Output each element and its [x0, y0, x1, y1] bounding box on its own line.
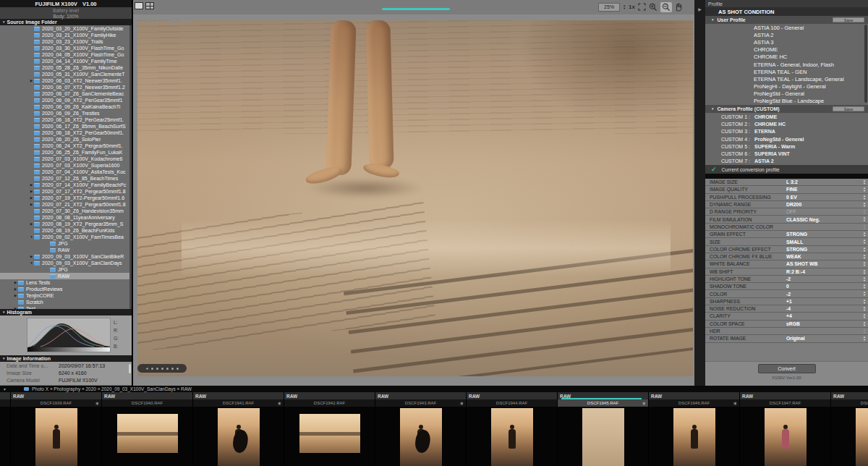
- page-navigation-dots[interactable]: ◂: [137, 364, 187, 373]
- folder-tree-item[interactable]: 2020_06_09_Z6_Trestles: [0, 110, 132, 116]
- hand-tool-icon[interactable]: [675, 3, 683, 12]
- setting-row[interactable]: PUSH/PULL PROCESSING 0 EV ▲▼: [705, 194, 868, 201]
- photo-canvas[interactable]: DSCF1945.RAF: [137, 20, 693, 376]
- user-profile-item[interactable]: ProNegStd Blue - Landscape: [705, 98, 868, 105]
- folder-tree-item[interactable]: ▶ 2020_07_19_XT2-Pergear50mmf1.6: [0, 195, 132, 201]
- stepper-icon[interactable]: ▲▼: [863, 329, 866, 334]
- stepper-icon[interactable]: ▲▼: [863, 321, 866, 327]
- thumbnail-image[interactable]: [400, 408, 442, 466]
- zoom-level-select[interactable]: 25%: [598, 3, 620, 12]
- thumbnail-image[interactable]: [35, 408, 77, 466]
- folder-tree-item[interactable]: 2020_06_17_Z6_85mm_BeachSurfS: [0, 123, 132, 130]
- stepper-icon[interactable]: ▲▼: [863, 336, 866, 342]
- setting-row[interactable]: COLOR CHROME FX BLUE WEAK ▲▼: [705, 253, 868, 260]
- filmstrip-item[interactable]: RAW DSCF1941.RAF ✳: [193, 392, 284, 466]
- thumbnail-image[interactable]: [673, 408, 715, 466]
- folder-tree-item[interactable]: ▶ 2020_07_21_XT2_Pergear50mmf1.8: [0, 201, 132, 208]
- setting-row[interactable]: WB SHIFT R:2 B:-4 ▲▼: [705, 268, 868, 276]
- save-camera-profile-button[interactable]: Save: [833, 106, 864, 111]
- filmstrip-item[interactable]: RAW DSCF1939.RAF ✳: [11, 392, 102, 466]
- filmstrip-item[interactable]: RAW DSCF1946.RAF ✳: [649, 392, 740, 466]
- folder-tree-item[interactable]: 2020_08_19_Z6_BeachFunKids: [0, 227, 132, 234]
- filmstrip-item[interactable]: RAW DSCF1948.RAF: [831, 392, 868, 466]
- stepper-icon[interactable]: ▲▼: [863, 187, 866, 192]
- setting-row[interactable]: SHADOW TONE 0 ▲▼: [705, 283, 868, 290]
- setting-row[interactable]: SHARPNESS +1 ▲▼: [705, 298, 868, 305]
- setting-row[interactable]: COLOR -2 ▲▼: [705, 290, 868, 297]
- histogram-header[interactable]: ▼ Histogram: [0, 309, 132, 315]
- disclosure-triangle-icon[interactable]: ▶: [29, 190, 34, 193]
- disclosure-triangle-icon[interactable]: ▶: [13, 294, 18, 297]
- thumbnail-image[interactable]: [299, 414, 360, 453]
- setting-row[interactable]: FILM SIMULATION CLASSIC Neg. ▲▼: [705, 216, 868, 223]
- camera-profile-item[interactable]: CUSTOM 2 : CHROME HC: [705, 120, 868, 127]
- disclosure-triangle-icon[interactable]: ▶: [29, 183, 34, 187]
- single-view-icon[interactable]: [135, 2, 143, 9]
- setting-row[interactable]: WHITE BALANCE AS SHOT WB ▲▼: [705, 260, 868, 268]
- filmstrip-item[interactable]: RAW DSCF1943.RAF ✳: [375, 392, 467, 466]
- thumbnail-image[interactable]: [117, 414, 178, 453]
- stepper-icon[interactable]: ▲▼: [863, 299, 866, 305]
- filmstrip-item[interactable]: RAW DSCF1947.RAF: [740, 392, 831, 466]
- stepper-icon[interactable]: ▲▼: [863, 202, 866, 208]
- folder-tree-item[interactable]: 2020_06_09_Z6_KaiKainaBeachTi: [0, 103, 132, 110]
- user-profile-item[interactable]: ProNegStd - General: [705, 90, 868, 98]
- folder-tree-item[interactable]: 2020_07_03_X100V_Superia1600: [0, 162, 132, 169]
- stepper-icon[interactable]: ▲▼: [863, 261, 866, 267]
- folder-tree-item[interactable]: ▶ 2020_07_14_X100V_FamilyBeachPc: [0, 182, 132, 188]
- folder-tree-item[interactable]: 2020_07_12_Z6_85_BeachTimes: [0, 175, 132, 182]
- setting-row[interactable]: COLOR SPACE sRGB ▲▼: [705, 321, 868, 328]
- user-profile-item[interactable]: ETERNA TEAL - GEN: [705, 68, 868, 75]
- thumbnail-image[interactable]: [856, 408, 868, 466]
- setting-row[interactable]: ROTATE IMAGE Original ▲▼: [705, 335, 868, 342]
- setting-row[interactable]: CLARITY +4 ▲▼: [705, 313, 868, 320]
- folder-tree-item[interactable]: ▼ 2020_09_02_X100V_FamTimesBea: [0, 234, 132, 240]
- one-to-one-icon[interactable]: 1x: [629, 4, 635, 10]
- user-profile-item[interactable]: CHROME HC: [705, 54, 868, 61]
- disclosure-triangle-icon[interactable]: ▶: [29, 222, 34, 226]
- camera-profile-group-header[interactable]: ▼ Camera Profile (CUSTOM) Save: [705, 105, 868, 113]
- folder-tree-item[interactable]: ▼ 2020_09_03_X100V_SanClanDays: [0, 260, 132, 266]
- setting-row[interactable]: HDR ▲▼: [705, 328, 868, 335]
- disclosure-triangle-icon[interactable]: ▶: [29, 196, 34, 200]
- folder-tree-item[interactable]: 2020_03_20_X100V_FamilyOutside: [0, 25, 132, 32]
- stepper-icon[interactable]: ▲▼: [863, 195, 866, 200]
- disclosure-triangle-icon[interactable]: ▶: [29, 203, 34, 206]
- folder-tree-item[interactable]: 2020_06_18_XT2_PerGear50mmf1.: [0, 130, 132, 136]
- setting-row[interactable]: D RANGE PRIORITY OFF ▲▼: [705, 208, 868, 216]
- disclosure-triangle-icon[interactable]: ▼: [29, 235, 34, 239]
- stepper-icon[interactable]: ▲▼: [863, 239, 866, 245]
- stepper-icon[interactable]: ▲▼: [863, 269, 866, 275]
- folder-tree-item[interactable]: 2020_03_30_X100V_FlashTime_Go: [0, 45, 132, 51]
- folder-tree-item[interactable]: RAW: [0, 273, 132, 279]
- folder-tree-item[interactable]: 2020_05_28_Z6_35mm_NikonDalle: [0, 64, 132, 71]
- folder-tree-item[interactable]: 2020_06_07_Z6_SanClementeBeac: [0, 90, 132, 97]
- right-panel-toggle[interactable]: ▶: [694, 0, 705, 386]
- folder-tree-item[interactable]: 2020_04_14_X100V_FamilyTime: [0, 58, 132, 64]
- disclosure-triangle-icon[interactable]: ▶: [29, 255, 34, 258]
- setting-row[interactable]: HIGHLIGHT TONE -2 ▲▼: [705, 276, 868, 283]
- stepper-icon[interactable]: ▲▼: [863, 284, 866, 289]
- setting-row[interactable]: GRAIN EFFECT STRONG ▲▼: [705, 231, 868, 238]
- thumbnail-image[interactable]: [218, 408, 260, 466]
- user-profile-item[interactable]: ASTIA 3: [705, 38, 868, 46]
- setting-row[interactable]: COLOR CHROME EFFECT STRONG ▲▼: [705, 246, 868, 253]
- collapse-filmstrip-icon[interactable]: ▼: [3, 387, 7, 391]
- folder-tree-item[interactable]: 2020_05_31_X100V_SanClementeT: [0, 71, 132, 77]
- camera-profile-item[interactable]: CUSTOM 4 : ProNegStd - General: [705, 135, 868, 143]
- setting-row[interactable]: NOISE REDUCTION -4 ▲▼: [705, 305, 868, 313]
- disclosure-triangle-icon[interactable]: ▶: [13, 281, 18, 284]
- filmstrip-item[interactable]: RAW DSCF1945.RAF ✳: [558, 392, 649, 466]
- folder-tree-item[interactable]: 2020_06_07_XT2_Neewer35mmf1.2: [0, 84, 132, 90]
- thumbnail-image[interactable]: [582, 408, 624, 466]
- convert-button[interactable]: Convert: [758, 364, 816, 373]
- filmstrip-item[interactable]: RAW DSCF1942.RAF: [284, 392, 375, 466]
- folder-tree-item[interactable]: JPG: [0, 266, 132, 273]
- folder-tree-item[interactable]: ▶ 2020_09_03_X100V_SanClanBikeR: [0, 253, 132, 260]
- stepper-icon[interactable]: ▲▼: [863, 216, 866, 222]
- folder-tree-item[interactable]: ▶ 2020_08_19_XT2_Pergear35mm_S: [0, 221, 132, 227]
- folder-tree-item[interactable]: 2020_06_16_XT2_PerGear25mmf1.: [0, 116, 132, 123]
- stepper-icon[interactable]: ▲▼: [863, 209, 866, 215]
- camera-profile-item[interactable]: CUSTOM 3 : ETERNA: [705, 128, 868, 135]
- folder-tree-item[interactable]: JPG: [0, 240, 132, 247]
